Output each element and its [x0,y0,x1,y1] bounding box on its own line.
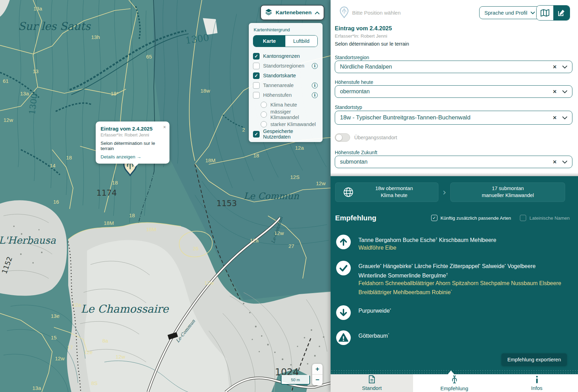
popup-note: Selon détermination sur le terrain [101,141,165,151]
standortsregion-value: Nördliche Randalpen [340,64,553,70]
edit-view-button[interactable] [553,6,570,20]
standortsregion-select[interactable]: Nördliche Randalpen ✕ [335,61,572,73]
layer-checkbox-standortsregionen: Standortsregioneni [253,61,318,71]
map-view-button[interactable] [537,6,553,20]
climate-future-line1: 17 submontan [451,185,565,192]
map-label: 13a [32,385,41,391]
view-mode-toggle [536,5,570,21]
radio-icon[interactable] [261,102,267,108]
checkbox-icon[interactable]: ✓ [253,72,260,79]
popup-details-link[interactable]: Details anzeigen → [101,154,165,159]
arrow-up-icon [336,235,351,249]
uebergangsstandort-toggle[interactable] [335,133,350,142]
clear-icon[interactable]: ✕ [553,115,557,120]
hoehenstufe-zukunft-value: submontan [340,159,553,165]
layer-checkbox-tannenareale: Tannenarealei [253,80,318,90]
layer-label: Standortskarte [263,73,296,78]
close-icon[interactable]: × [163,124,166,130]
map-label: 12e [84,349,93,355]
chevron-up-icon [315,9,319,16]
layer-rows: ✓KantonsgrenzenStandortsregioneni✓Stando… [253,51,318,139]
radio-label: starker Klimawandel [270,121,316,127]
map-label: 12S [290,174,300,180]
checkbox-icon[interactable] [253,63,260,69]
tab-label: Standort [362,385,382,391]
info-icon [536,376,538,383]
radio-icon[interactable] [261,121,267,127]
position-pin-icon [339,6,349,19]
zoom-out-button[interactable]: − [312,375,323,385]
zoom-in-button[interactable]: + [312,364,323,375]
recommendation-title: Empfehlung [335,214,431,222]
map-label: 13h [91,34,100,40]
climate-today-card: 18w obermontan Klima heute [335,182,438,202]
field-label-standortstyp: Standortstyp [335,104,362,110]
radio-icon[interactable] [261,111,267,118]
tab-standort[interactable]: Standort [331,374,413,392]
clear-icon[interactable]: ✕ [553,89,557,94]
map-label: Le Commun [244,191,299,201]
checkbox-icon[interactable] [253,82,260,89]
info-icon[interactable]: i [312,63,318,69]
map[interactable]: 13a Sur les Sauts 13h 1300 65 61 18w 130… [0,0,331,392]
map-zoom-control: + − [312,364,323,385]
layer-label: Höhenstufen [263,92,292,98]
background-option-luftbild[interactable]: Luftbild [285,36,317,47]
species-rows: Tanne Bergahorn Buche Esche† Kirschbaum … [336,235,578,346]
species-line: Götterbaum° [358,331,389,340]
future-species-label: Künftig zusätzlich passende Arten [441,215,511,221]
chevron-down-icon[interactable] [562,116,567,119]
warning-icon [336,330,351,345]
checkbox-icon[interactable] [253,92,260,99]
layers-icon [265,8,272,17]
chevron-right-icon: › [441,187,448,197]
background-option-karte[interactable]: Karte [253,36,285,47]
chevron-down-icon[interactable] [562,90,567,93]
map-label: 8S [91,380,97,386]
info-icon[interactable]: i [312,92,318,98]
species-row: Tanne Bergahorn Buche Esche† Kirschbaum … [336,235,578,252]
hoehenstufe-heute-value: obermontan [340,88,553,95]
tab-infos[interactable]: Infos [496,374,578,392]
entry-note: Selon détermination sur le terrain [335,41,409,47]
radio-label: mässiger Klimawandel [270,109,318,120]
tab-empfehlung[interactable]: Empfehlung [413,374,496,392]
latin-names-checkbox[interactable]: Lateinische Namen [520,215,570,221]
field-label-hoehenstufe-zukunft: Höhenstufe Zukunft [335,150,377,155]
uebergangsstandort-label: Übergangsstandort [354,135,397,140]
map-layers-button[interactable]: Kartenebenen [260,5,324,20]
side-panel: Bitte Position wählen Sprache und Profil… [331,0,578,392]
export-recommendation-button[interactable]: Empfehlung exportieren [501,353,567,366]
map-label: L'Herbausa [0,235,56,246]
edit-icon [557,9,565,17]
clear-icon[interactable]: ✕ [553,159,557,165]
chevron-down-icon[interactable] [562,160,567,164]
standortstyp-select[interactable]: 18w - Typischer Buntreitgras-Tannen-Buch… [335,111,572,125]
hoehenstufe-zukunft-select[interactable]: submontan ✕ [335,156,572,168]
species-line: Feldahorn Schneeballblättriger Ahorn Spi… [358,280,563,296]
species-row: Götterbaum° [336,330,578,346]
hoehenstufe-heute-select[interactable]: obermontan ✕ [335,85,572,98]
popup-title: Eintrag vom 2.4.2025 [101,126,165,132]
layer-checkbox-standortskarte: ✓Standortskarte [253,71,318,80]
climate-radio-starker-klimawandel: starker Klimawandel [253,119,318,129]
map-label: 18* [111,91,119,96]
species-line: Tanne Bergahorn Buche Esche† Kirschbaum … [358,235,496,244]
checkbox-icon[interactable]: ✓ [253,131,260,138]
chevron-down-icon[interactable] [562,65,567,69]
checkbox-icon[interactable]: ✓ [253,53,260,60]
map-label: 18 [253,152,259,158]
info-icon[interactable]: i [312,83,318,88]
uebergangsstandort-row: Übergangsstandort [335,133,397,142]
future-species-checkbox[interactable]: ✓ Künftig zusätzlich passende Arten [431,215,511,221]
language-profile-button[interactable]: Sprache und Profil [479,6,540,19]
map-label: 27 [288,243,294,249]
document-icon [369,375,375,383]
clear-icon[interactable]: ✕ [553,64,557,70]
entry-title: Eintrag vom 2.4.2025 [335,25,392,32]
map-label: 12w [116,354,125,360]
map-label: 1174 [96,188,117,197]
check-icon [336,261,351,275]
map-label: 12w [55,355,65,361]
map-label: 13e [51,313,60,319]
